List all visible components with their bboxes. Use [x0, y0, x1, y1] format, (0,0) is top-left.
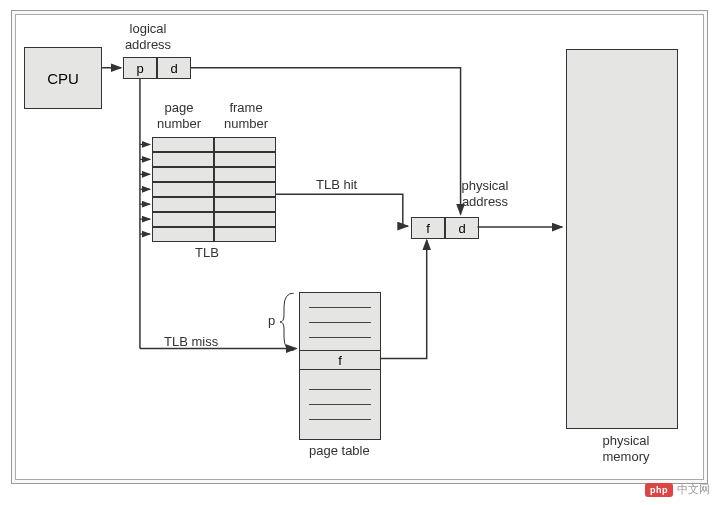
tlb-row-cell — [152, 227, 214, 242]
tlb-row-cell — [152, 182, 214, 197]
page-table-label: page table — [309, 443, 370, 459]
physical-memory-box — [566, 49, 678, 429]
page-table-p-label: p — [268, 313, 275, 329]
tlb-row-cell — [214, 227, 276, 242]
logical-address-p-cell: p — [123, 57, 157, 79]
tlb-row-cell — [214, 137, 276, 152]
tlb-label: TLB — [195, 245, 219, 261]
cpu-label: CPU — [47, 70, 79, 87]
tlb-table — [152, 137, 276, 242]
physical-memory-label: physical memory — [591, 433, 661, 464]
logical-d-text: d — [170, 61, 177, 76]
logical-address-d-cell: d — [157, 57, 191, 79]
tlb-row-cell — [152, 167, 214, 182]
tlb-col2-header: frame number — [216, 100, 276, 131]
logical-address-label: logical address — [118, 21, 178, 52]
tlb-hit-label: TLB hit — [316, 177, 357, 193]
physical-address-d-cell: d — [445, 217, 479, 239]
tlb-row-cell — [214, 212, 276, 227]
diagram-outer-frame: CPU logical address p d page number fram… — [11, 10, 708, 484]
diagram-inner-frame: CPU logical address p d page number fram… — [15, 14, 704, 480]
watermark: php 中文网 — [645, 482, 710, 497]
bracket-icon — [280, 293, 294, 351]
cpu-box: CPU — [24, 47, 102, 109]
page-table-rows-lower — [309, 389, 371, 420]
physical-f-text: f — [426, 221, 430, 236]
page-table-f-text: f — [338, 353, 342, 368]
physical-address-f-cell: f — [411, 217, 445, 239]
tlb-row-cell — [152, 152, 214, 167]
page-table-rows — [309, 307, 371, 338]
tlb-row-cell — [152, 212, 214, 227]
physical-d-text: d — [458, 221, 465, 236]
logical-p-text: p — [136, 61, 143, 76]
tlb-row-cell — [214, 182, 276, 197]
tlb-row-cell — [214, 152, 276, 167]
tlb-row-cell — [214, 197, 276, 212]
tlb-row-cell — [152, 197, 214, 212]
tlb-col1-header: page number — [149, 100, 209, 131]
tlb-miss-label: TLB miss — [164, 334, 218, 350]
tlb-row-cell — [152, 137, 214, 152]
tlb-row-cell — [214, 167, 276, 182]
physical-address-label: physical address — [450, 178, 520, 209]
watermark-text: 中文网 — [677, 482, 710, 497]
page-table-f-cell: f — [299, 350, 381, 370]
watermark-badge: php — [645, 483, 673, 497]
